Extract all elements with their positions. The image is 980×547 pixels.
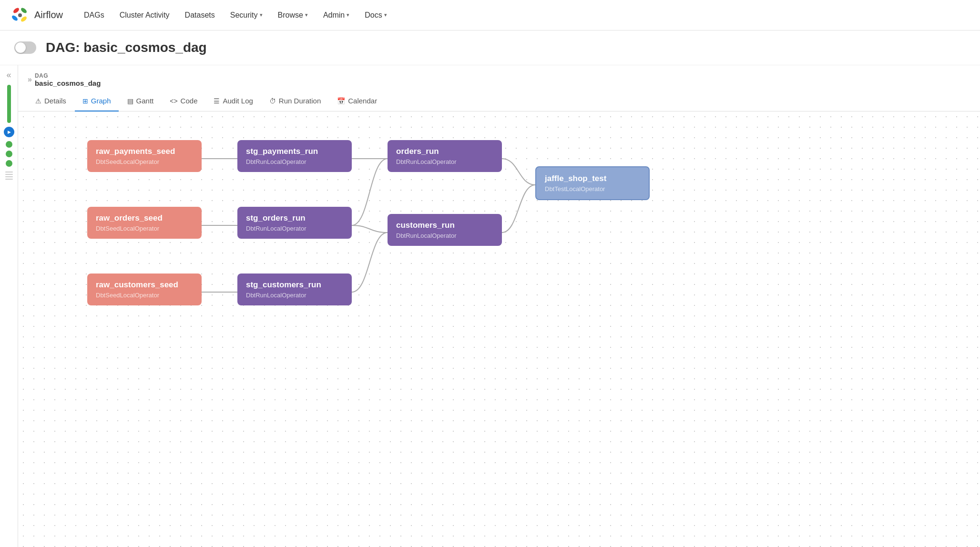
- dag-node-title-orders_run: orders_run: [396, 147, 493, 156]
- dag-node-raw_orders_seed[interactable]: raw_orders_seedDbtSeedLocalOperator: [87, 207, 202, 239]
- dag-node-sub-stg_payments_run: DbtRunLocalOperator: [246, 158, 343, 165]
- sidebar-dot-1: [6, 141, 12, 148]
- graph-icon: ⊞: [82, 97, 88, 105]
- tab-audit-log[interactable]: ☰ Audit Log: [206, 91, 260, 111]
- dag-toggle[interactable]: [14, 41, 36, 54]
- calendar-icon: 📅: [337, 97, 345, 105]
- browse-chevron-icon: ▾: [305, 12, 308, 18]
- dag-node-title-raw_customers_seed: raw_customers_seed: [96, 280, 193, 290]
- main-layout: « » DAG basic_cosmos_dag ⚠ Details: [0, 65, 980, 547]
- audit-log-icon: ☰: [214, 97, 220, 105]
- edge-stg_orders_run-customers_run: [352, 225, 388, 233]
- edge-orders_run-jaffle_shop_test: [502, 159, 535, 185]
- airflow-logo-icon: [10, 5, 31, 26]
- nav-items: DAGs Cluster Activity Datasets Security …: [77, 7, 970, 23]
- sidebar-line-2: [5, 174, 13, 175]
- breadcrumb-chevrons-icon: »: [28, 75, 32, 84]
- nav-dags[interactable]: DAGs: [77, 7, 111, 23]
- dag-node-stg_payments_run[interactable]: stg_payments_runDbtRunLocalOperator: [237, 140, 352, 172]
- tab-details[interactable]: ⚠ Details: [28, 91, 74, 111]
- sidebar-line-4: [5, 179, 13, 180]
- sidebar-dot-2: [6, 151, 12, 157]
- sidebar-dot-3: [6, 160, 12, 167]
- dag-node-jaffle_shop_test[interactable]: jaffle_shop_testDbtTestLocalOperator: [535, 166, 650, 200]
- brand-label: Airflow: [34, 10, 63, 20]
- docs-chevron-icon: ▾: [384, 12, 387, 18]
- dag-node-title-raw_orders_seed: raw_orders_seed: [96, 213, 193, 223]
- dag-node-stg_customers_run[interactable]: stg_customers_runDbtRunLocalOperator: [237, 274, 352, 305]
- sidebar-lines: [5, 172, 13, 180]
- dag-node-sub-orders_run: DbtRunLocalOperator: [396, 158, 493, 165]
- page-header: DAG: basic_cosmos_dag: [0, 30, 980, 65]
- nav-datasets[interactable]: Datasets: [178, 7, 222, 23]
- tab-code[interactable]: <> Code: [162, 91, 205, 111]
- nav-admin[interactable]: Admin ▾: [316, 7, 356, 23]
- run-duration-icon: ⏱: [269, 97, 276, 105]
- edge-stg_customers_run-customers_run: [352, 233, 388, 292]
- nav-browse[interactable]: Browse ▾: [271, 7, 315, 23]
- admin-chevron-icon: ▾: [347, 12, 349, 18]
- dag-node-sub-stg_customers_run: DbtRunLocalOperator: [246, 292, 343, 299]
- tab-gantt[interactable]: ▤ Gantt: [120, 91, 162, 111]
- tab-calendar[interactable]: 📅 Calendar: [329, 91, 385, 111]
- tab-graph[interactable]: ⊞ Graph: [75, 91, 119, 111]
- dag-node-title-jaffle_shop_test: jaffle_shop_test: [545, 174, 640, 183]
- breadcrumb: » DAG basic_cosmos_dag: [18, 65, 980, 91]
- dag-edges: [18, 111, 980, 547]
- navbar: Airflow DAGs Cluster Activity Datasets S…: [0, 0, 980, 30]
- page-title: DAG: basic_cosmos_dag: [46, 40, 207, 55]
- graph-area[interactable]: raw_payments_seedDbtSeedLocalOperatorraw…: [18, 111, 980, 547]
- dag-node-sub-raw_orders_seed: DbtSeedLocalOperator: [96, 225, 193, 232]
- dag-node-raw_customers_seed[interactable]: raw_customers_seedDbtSeedLocalOperator: [87, 274, 202, 305]
- sidebar-bar-tall: [7, 85, 11, 123]
- dag-node-customers_run[interactable]: customers_runDbtRunLocalOperator: [388, 214, 502, 246]
- security-chevron-icon: ▾: [260, 12, 263, 18]
- details-icon: ⚠: [35, 97, 41, 105]
- nav-cluster-activity[interactable]: Cluster Activity: [113, 7, 176, 23]
- dag-node-sub-stg_orders_run: DbtRunLocalOperator: [246, 225, 343, 232]
- edge-customers_run-jaffle_shop_test: [502, 185, 535, 233]
- dag-node-sub-customers_run: DbtRunLocalOperator: [396, 232, 493, 239]
- edge-stg_orders_run-orders_run: [352, 159, 388, 225]
- dag-node-title-raw_payments_seed: raw_payments_seed: [96, 147, 193, 156]
- sidebar-line-1: [5, 172, 13, 172]
- sidebar-play-button[interactable]: [4, 127, 14, 137]
- dag-node-title-customers_run: customers_run: [396, 221, 493, 230]
- dag-node-sub-jaffle_shop_test: DbtTestLocalOperator: [545, 185, 640, 192]
- dag-node-title-stg_orders_run: stg_orders_run: [246, 213, 343, 223]
- tabs-bar: ⚠ Details ⊞ Graph ▤ Gantt <> Code ☰ Audi…: [18, 91, 980, 111]
- svg-point-5: [18, 13, 22, 17]
- dag-node-sub-raw_payments_seed: DbtSeedLocalOperator: [96, 158, 193, 165]
- dag-node-title-stg_payments_run: stg_payments_run: [246, 147, 343, 156]
- content-area: » DAG basic_cosmos_dag ⚠ Details ⊞ Graph…: [18, 65, 980, 547]
- tab-run-duration[interactable]: ⏱ Run Duration: [262, 91, 328, 111]
- brand[interactable]: Airflow: [10, 5, 63, 26]
- dag-node-orders_run[interactable]: orders_runDbtRunLocalOperator: [388, 140, 502, 172]
- gantt-icon: ▤: [127, 97, 133, 105]
- breadcrumb-info: DAG basic_cosmos_dag: [35, 72, 101, 87]
- dag-node-raw_payments_seed[interactable]: raw_payments_seedDbtSeedLocalOperator: [87, 140, 202, 172]
- dag-node-sub-raw_customers_seed: DbtSeedLocalOperator: [96, 292, 193, 299]
- sidebar-collapse-button[interactable]: «: [6, 70, 11, 80]
- sidebar-line-3: [5, 176, 13, 177]
- code-icon: <>: [170, 97, 177, 105]
- dag-node-stg_orders_run[interactable]: stg_orders_runDbtRunLocalOperator: [237, 207, 352, 239]
- dag-node-title-stg_customers_run: stg_customers_run: [246, 280, 343, 290]
- nav-security[interactable]: Security ▾: [224, 7, 269, 23]
- sidebar: «: [0, 65, 18, 547]
- nav-docs[interactable]: Docs ▾: [358, 7, 393, 23]
